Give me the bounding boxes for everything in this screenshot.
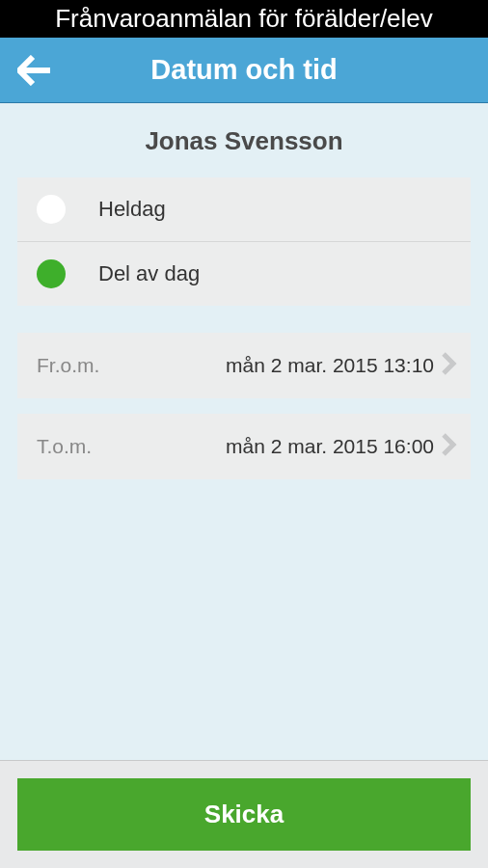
send-button[interactable]: Skicka bbox=[17, 778, 471, 851]
radio-selected-icon bbox=[37, 259, 66, 288]
radio-unselected-icon bbox=[37, 195, 66, 224]
send-button-label: Skicka bbox=[204, 800, 284, 828]
option-heldag[interactable]: Heldag bbox=[17, 177, 471, 242]
to-date-row[interactable]: T.o.m. mån 2 mar. 2015 16:00 bbox=[17, 414, 471, 479]
student-name: Jonas Svensson bbox=[0, 103, 488, 177]
app-title-bar: Frånvaroanmälan för förälder/elev bbox=[0, 0, 488, 38]
footer: Skicka bbox=[0, 760, 488, 868]
option-label: Del av dag bbox=[98, 261, 200, 286]
from-label: Fr.o.m. bbox=[37, 354, 99, 377]
navigation-bar: Datum och tid bbox=[0, 38, 488, 103]
option-del-av-dag[interactable]: Del av dag bbox=[17, 242, 471, 306]
app-title: Frånvaroanmälan för förälder/elev bbox=[55, 4, 433, 33]
chevron-right-icon bbox=[442, 433, 457, 460]
to-label: T.o.m. bbox=[37, 435, 92, 458]
back-arrow-icon bbox=[17, 55, 52, 86]
date-range-section: Fr.o.m. mån 2 mar. 2015 13:10 T.o.m. mån… bbox=[17, 333, 471, 479]
content-area: Jonas Svensson Heldag Del av dag Fr.o.m.… bbox=[0, 103, 488, 760]
from-value: mån 2 mar. 2015 13:10 bbox=[99, 354, 434, 377]
option-label: Heldag bbox=[98, 197, 166, 222]
page-title: Datum och tid bbox=[0, 54, 488, 86]
duration-options: Heldag Del av dag bbox=[17, 177, 471, 306]
chevron-right-icon bbox=[442, 352, 457, 379]
from-date-row[interactable]: Fr.o.m. mån 2 mar. 2015 13:10 bbox=[17, 333, 471, 398]
back-button[interactable] bbox=[17, 55, 52, 86]
to-value: mån 2 mar. 2015 16:00 bbox=[92, 435, 434, 458]
